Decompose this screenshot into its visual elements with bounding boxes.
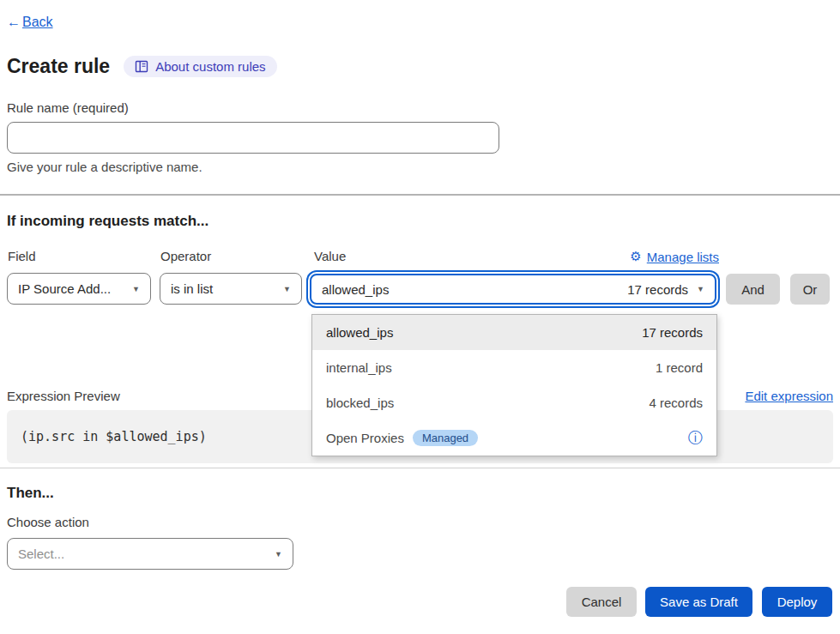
- book-icon: [135, 60, 148, 73]
- managed-badge: Managed: [413, 430, 478, 446]
- back-link[interactable]: ←Back: [7, 15, 53, 30]
- then-section-heading: Then...: [7, 485, 54, 502]
- manage-lists-link[interactable]: ⚙ Manage lists: [630, 249, 719, 264]
- cancel-button[interactable]: Cancel: [566, 587, 637, 617]
- and-button[interactable]: And: [726, 274, 780, 305]
- rule-name-label: Rule name (required): [7, 100, 129, 115]
- operator-label: Operator: [160, 249, 211, 263]
- gear-icon: ⚙: [630, 249, 641, 264]
- dropdown-item-blocked-ips[interactable]: blocked_ips 4 records: [312, 385, 716, 420]
- list-record-count: 1 record: [656, 360, 703, 375]
- value-select-meta: 17 records: [627, 282, 688, 297]
- title-row: Create rule About custom rules: [7, 55, 277, 78]
- chevron-down-icon: ▼: [275, 550, 282, 559]
- chevron-down-icon: ▼: [697, 285, 704, 293]
- dropdown-item-open-proxies[interactable]: Open Proxies Managed ⓘ: [312, 420, 716, 456]
- info-icon[interactable]: ⓘ: [688, 431, 703, 445]
- value-select-value: allowed_ips: [322, 282, 389, 297]
- about-custom-rules-link[interactable]: About custom rules: [124, 56, 276, 77]
- value-dropdown-menu: allowed_ips 17 records internal_ips 1 re…: [311, 314, 717, 456]
- save-as-draft-button[interactable]: Save as Draft: [645, 587, 752, 617]
- list-name: Open Proxies: [326, 431, 404, 445]
- action-select[interactable]: Select... ▼: [7, 538, 293, 570]
- list-record-count: 17 records: [642, 325, 703, 340]
- expression-preview-label: Expression Preview: [7, 389, 120, 403]
- rule-name-help-text: Give your rule a descriptive name.: [7, 160, 202, 174]
- list-record-count: 4 records: [649, 395, 703, 410]
- or-button[interactable]: Or: [790, 274, 830, 305]
- choose-action-label: Choose action: [7, 515, 89, 529]
- dropdown-item-internal-ips[interactable]: internal_ips 1 record: [312, 350, 716, 385]
- expression-code: (ip.src in $allowed_ips): [21, 429, 207, 444]
- back-arrow-icon: ←: [7, 15, 21, 30]
- operator-select[interactable]: is in list ▼: [160, 273, 302, 305]
- field-select[interactable]: IP Source Add... ▼: [7, 273, 151, 305]
- chevron-down-icon: ▼: [132, 285, 140, 293]
- about-custom-rules-label: About custom rules: [155, 59, 265, 74]
- rule-name-input[interactable]: [7, 122, 499, 154]
- create-rule-page: ←Back Create rule About custom rules Rul…: [0, 0, 840, 634]
- dropdown-item-allowed-ips[interactable]: allowed_ips 17 records: [312, 315, 716, 350]
- match-section-heading: If incoming requests match...: [7, 213, 208, 230]
- deploy-button[interactable]: Deploy: [762, 587, 832, 617]
- field-label: Field: [8, 249, 36, 263]
- manage-lists-label: Manage lists: [647, 250, 719, 264]
- page-title: Create rule: [7, 55, 110, 78]
- list-name: internal_ips: [326, 360, 392, 375]
- edit-expression-link[interactable]: Edit expression: [745, 389, 833, 403]
- field-select-value: IP Source Add...: [18, 281, 111, 296]
- action-select-placeholder: Select...: [18, 546, 64, 561]
- section-divider: [0, 468, 840, 468]
- value-label: Value: [314, 249, 346, 263]
- chevron-down-icon: ▼: [283, 285, 291, 293]
- list-name: allowed_ips: [326, 325, 393, 340]
- back-link-label: Back: [22, 15, 53, 30]
- operator-select-value: is in list: [171, 281, 213, 296]
- value-select[interactable]: allowed_ips 17 records ▼: [310, 274, 716, 305]
- list-name: blocked_ips: [326, 395, 394, 410]
- section-divider: [0, 194, 840, 196]
